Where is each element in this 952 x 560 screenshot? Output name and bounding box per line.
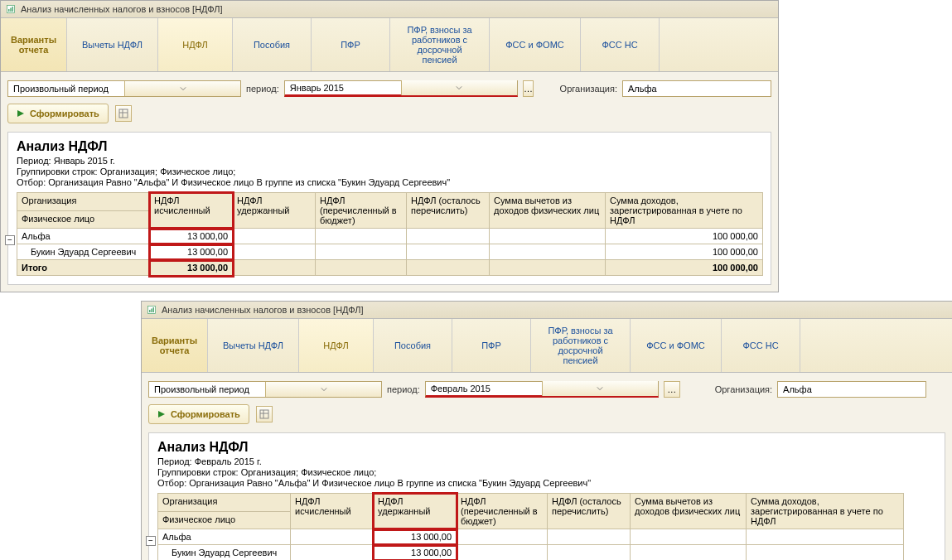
- play-icon: [17, 109, 25, 118]
- report-icon: [147, 305, 157, 315]
- col-income: Сумма доходов, зарегистрированная в учет…: [606, 193, 763, 229]
- svg-rect-3: [12, 7, 14, 12]
- tabs-bar: Варианты отчета Вычеты НДФЛ НДФЛ Пособия…: [1, 18, 778, 72]
- col-deductions: Сумма вычетов из доходов физических лиц: [490, 193, 606, 229]
- collapse-toggle[interactable]: −: [5, 235, 15, 245]
- tab-pfr-early[interactable]: ПФР, взносы за работников с досрочной пе…: [390, 18, 490, 71]
- org-label: Организация:: [715, 384, 772, 394]
- col-remaining: НДФЛ (осталось перечислить): [548, 494, 631, 529]
- table-row: Букин Эдуард Сергеевич 13 000,00: [158, 545, 904, 561]
- org-field[interactable]: Альфа: [777, 381, 926, 398]
- col-calculated: НДФЛ исчисленный: [150, 193, 233, 229]
- col-withheld: НДФЛ удержанный: [233, 193, 316, 229]
- tab-variants[interactable]: Варианты отчета: [1, 18, 67, 71]
- col-org: Организация: [158, 494, 291, 512]
- col-withheld: НДФЛ удержанный: [374, 494, 457, 529]
- tab-benefits[interactable]: Пособия: [233, 18, 312, 71]
- period-type-select[interactable]: Произвольный период: [148, 381, 382, 398]
- tab-fss-foms[interactable]: ФСС и ФОМС: [631, 319, 722, 372]
- col-deductions: Сумма вычетов из доходов физических лиц: [631, 494, 747, 529]
- org-label: Организация:: [560, 84, 617, 94]
- svg-rect-1: [8, 9, 10, 12]
- chevron-down-icon[interactable]: [124, 81, 240, 96]
- tab-pfr[interactable]: ПФР: [452, 319, 531, 372]
- col-person: Физическое лицо: [158, 511, 291, 529]
- period-picker-button[interactable]: …: [664, 381, 680, 398]
- tab-pfr-early[interactable]: ПФР, взносы за работников с досрочной пе…: [531, 319, 631, 372]
- window-title: Анализ начисленных налогов и взносов [НД…: [21, 4, 223, 14]
- window-title: Анализ начисленных налогов и взносов [НД…: [162, 305, 364, 315]
- col-calculated: НДФЛ исчисленный: [291, 494, 374, 529]
- svg-rect-10: [153, 307, 155, 312]
- col-transferred: НДФЛ (перечисленный в бюджет): [457, 494, 548, 529]
- settings-button[interactable]: [256, 406, 273, 422]
- report-title: Анализ НДФЛ: [157, 440, 936, 455]
- svg-rect-8: [149, 310, 151, 312]
- tab-fss-ns[interactable]: ФСС НС: [581, 18, 660, 71]
- report-period: Период: Февраль 2015 г.: [157, 456, 936, 466]
- tabs-bar: Варианты отчета Вычеты НДФЛ НДФЛ Пособия…: [142, 319, 952, 373]
- report-table: Организация НДФЛ исчисленный НДФЛ удержа…: [17, 192, 763, 276]
- table-row-total: Итого 13 000,00 100 000,00: [17, 260, 763, 276]
- svg-rect-9: [151, 309, 152, 313]
- period-value: Февраль 2015: [426, 382, 542, 395]
- table-row: Альфа 13 000,00: [158, 529, 904, 545]
- report-table: Организация НДФЛ исчисленный НДФЛ удержа…: [157, 493, 904, 560]
- col-person: Физическое лицо: [17, 210, 150, 229]
- chevron-down-icon[interactable]: [265, 382, 381, 397]
- tab-variants[interactable]: Варианты отчета: [142, 319, 208, 372]
- period-value-select[interactable]: Январь 2015: [284, 80, 518, 97]
- tab-fss-foms[interactable]: ФСС и ФОМС: [490, 18, 581, 71]
- report-grouping: Группировки строк: Организация; Физическ…: [157, 467, 936, 477]
- table-icon: [118, 109, 128, 118]
- org-field[interactable]: Альфа: [622, 80, 771, 97]
- svg-rect-2: [10, 8, 12, 12]
- report-title: Анализ НДФЛ: [17, 139, 762, 154]
- period-type-value: Произвольный период: [149, 383, 265, 396]
- tab-deductions[interactable]: Вычеты НДФЛ: [67, 18, 158, 71]
- report-filter: Отбор: Организация Равно "Альфа" И Физич…: [157, 478, 936, 488]
- tab-pfr[interactable]: ПФР: [312, 18, 390, 71]
- tab-benefits[interactable]: Пособия: [374, 319, 452, 372]
- period-value: Январь 2015: [285, 81, 401, 94]
- settings-button[interactable]: [115, 105, 132, 122]
- col-remaining: НДФЛ (осталось перечислить): [407, 193, 490, 229]
- col-org: Организация: [17, 193, 150, 211]
- chevron-down-icon[interactable]: [401, 80, 517, 95]
- tab-fss-ns[interactable]: ФСС НС: [722, 319, 800, 372]
- period-label: период:: [387, 384, 420, 394]
- play-icon: [157, 410, 166, 418]
- tab-ndfl[interactable]: НДФЛ: [158, 18, 233, 71]
- svg-rect-11: [260, 410, 268, 418]
- col-income: Сумма доходов, зарегистрированная в учет…: [747, 494, 904, 529]
- report-filter: Отбор: Организация Равно "Альфа" И Физич…: [17, 177, 762, 187]
- table-row: Альфа 13 000,00 100 000,00: [17, 229, 763, 244]
- collapse-toggle[interactable]: −: [146, 536, 156, 546]
- period-type-value: Произвольный период: [8, 82, 124, 95]
- col-transferred: НДФЛ (перечисленный в бюджет): [316, 193, 407, 229]
- tab-ndfl[interactable]: НДФЛ: [299, 319, 374, 372]
- chevron-down-icon[interactable]: [542, 381, 658, 396]
- period-picker-button[interactable]: …: [523, 80, 534, 97]
- window-title-bar: Анализ начисленных налогов и взносов [НД…: [142, 302, 952, 319]
- generate-button[interactable]: Сформировать: [148, 404, 249, 424]
- report-period: Период: Январь 2015 г.: [17, 156, 762, 166]
- tab-deductions[interactable]: Вычеты НДФЛ: [208, 319, 299, 372]
- window-title-bar: Анализ начисленных налогов и взносов [НД…: [1, 1, 778, 18]
- svg-rect-4: [119, 109, 128, 118]
- table-icon: [259, 409, 269, 419]
- table-row: Букин Эдуард Сергеевич 13 000,00 100 000…: [17, 244, 763, 260]
- period-value-select[interactable]: Февраль 2015: [425, 381, 659, 398]
- generate-button[interactable]: Сформировать: [7, 104, 109, 123]
- period-type-select[interactable]: Произвольный период: [7, 80, 241, 97]
- period-label: период:: [246, 84, 279, 94]
- report-grouping: Группировки строк: Организация; Физическ…: [17, 167, 762, 176]
- report-icon: [6, 4, 16, 14]
